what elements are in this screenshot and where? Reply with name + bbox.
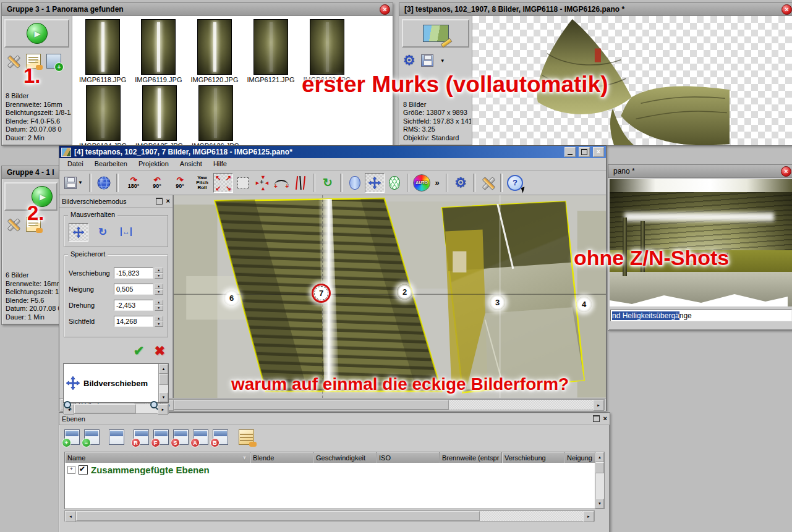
gruppe3-titlebar[interactable]: Gruppe 3 - 1 Panorama gefunden xyxy=(2,3,393,16)
layer-row[interactable]: Zusammengefügte Ebenen xyxy=(67,465,592,475)
fit-view-button[interactable]: ↖↗↙↘ xyxy=(213,173,233,193)
column-geschwindigkeit[interactable]: Geschwindigkeit xyxy=(313,452,377,463)
minimize-button[interactable] xyxy=(564,147,576,157)
column-neigung[interactable]: Neigung xyxy=(564,452,595,463)
crop-button[interactable] xyxy=(234,174,252,192)
close-panel-icon[interactable] xyxy=(166,198,170,205)
mode-listbox[interactable]: Bildverschiebem xyxy=(63,363,169,403)
image-marker[interactable]: 6 xyxy=(224,290,239,306)
image-marker[interactable]: 2 xyxy=(397,284,412,300)
menu-hilfe[interactable]: Hilfe xyxy=(208,159,232,169)
neigung-input[interactable]: 0,505 xyxy=(114,284,153,295)
rotate-180-button[interactable]: ↷180° xyxy=(122,174,145,192)
toolbar-more-button[interactable]: » xyxy=(432,174,443,192)
layer-checkbox[interactable] xyxy=(79,465,88,475)
layer-plain-button[interactable] xyxy=(109,429,124,445)
gruppe4-titlebar[interactable]: Gruppe 4 - 1 I xyxy=(2,166,60,179)
list-vscrollbar[interactable] xyxy=(158,364,168,402)
close-icon[interactable] xyxy=(380,4,390,15)
thumbnail[interactable]: IMGP6120.JPG xyxy=(190,19,238,83)
settings-tools-icon[interactable] xyxy=(6,217,20,232)
vertical-lines-button[interactable] xyxy=(291,174,310,192)
column-brennweite[interactable]: Brennweite (entspr xyxy=(440,452,502,463)
render-button[interactable] xyxy=(451,174,470,192)
column-verschiebung[interactable]: Verschiebung xyxy=(502,452,564,463)
close-panel-icon[interactable] xyxy=(603,415,607,422)
stitch-start-button[interactable] xyxy=(4,19,69,48)
remove-layer-button[interactable]: − xyxy=(84,429,100,445)
layer-b-button[interactable]: B xyxy=(213,429,228,445)
layers-vscrollbar[interactable] xyxy=(595,452,605,509)
maximize-button[interactable] xyxy=(579,147,590,157)
refresh-button[interactable] xyxy=(318,174,337,192)
settings-tools-icon[interactable] xyxy=(6,54,20,69)
thumbnail[interactable]: IMGP6121.JPG xyxy=(247,19,294,83)
rotate-90-left-button[interactable]: ↶90° xyxy=(146,174,168,192)
sichtfeld-input[interactable]: 14,268 xyxy=(114,316,153,327)
save-project-button[interactable] xyxy=(61,174,86,192)
thumbnail[interactable]: IMGP6119.JPG xyxy=(135,19,182,83)
thumbnail[interactable]: IMGP6125.JPG xyxy=(135,85,183,145)
add-layer-button[interactable]: + xyxy=(64,429,80,445)
mode-list-item[interactable]: Bildverschiebem xyxy=(64,364,158,402)
float-panel-icon[interactable] xyxy=(156,198,163,205)
pano-right-titlebar[interactable]: pano * xyxy=(608,165,792,178)
layer-r-button[interactable]: R xyxy=(134,429,149,445)
close-icon[interactable] xyxy=(781,4,792,15)
thumbnail[interactable]: IMGP6124.JPG xyxy=(79,85,127,145)
column-blende[interactable]: Blende xyxy=(250,452,313,463)
yaw-pitch-roll-button[interactable]: Yaw Pitch Roll xyxy=(192,174,213,192)
apply-check-icon[interactable] xyxy=(134,344,145,358)
cancel-cross-icon[interactable] xyxy=(154,344,165,358)
thumbnail[interactable]: IMGP6126.JPG xyxy=(192,85,239,145)
menu-ansicht[interactable]: Ansicht xyxy=(174,159,208,169)
column-iso[interactable]: ISO xyxy=(377,452,440,463)
spinner[interactable] xyxy=(155,316,163,327)
barrel-projection-button[interactable] xyxy=(346,174,364,192)
horizon-button[interactable]: ++ xyxy=(272,174,291,192)
float-panel-icon[interactable] xyxy=(593,415,600,422)
layer-f-button[interactable]: F xyxy=(153,429,169,445)
spinner[interactable] xyxy=(155,284,163,295)
mouse-rotate-button[interactable] xyxy=(93,223,112,240)
close-icon[interactable] xyxy=(781,166,791,177)
image-marker[interactable]: 4 xyxy=(576,297,592,312)
close-button[interactable] xyxy=(593,147,604,157)
layers-hscrollbar[interactable] xyxy=(64,510,595,521)
image-marker[interactable]: 3 xyxy=(490,295,505,310)
save-dropdown-icon[interactable] xyxy=(440,58,445,64)
expand-icon[interactable] xyxy=(67,466,75,474)
help-button[interactable]: ? xyxy=(506,174,524,192)
spinner[interactable] xyxy=(155,268,163,279)
layer-s-button[interactable]: S xyxy=(173,429,189,445)
image-marker-active[interactable]: 7 xyxy=(312,284,331,303)
menu-bearbeiten[interactable]: Bearbeiten xyxy=(89,159,133,169)
mouse-move-button[interactable] xyxy=(69,223,88,242)
canvas-hscrollbar[interactable] xyxy=(162,399,605,410)
add-images-icon[interactable] xyxy=(46,54,61,69)
blend-option-field[interactable]: nd Helligkeitsübergänge xyxy=(610,310,792,321)
mesh-button[interactable] xyxy=(385,174,404,192)
drehung-input[interactable]: -2,453 xyxy=(114,300,153,311)
move-mode-button[interactable] xyxy=(365,173,385,193)
pano-edit-canvas[interactable]: 6 7 2 3 4 xyxy=(173,195,606,398)
auto-color-button[interactable]: AUTO xyxy=(412,174,431,192)
column-name[interactable]: Name xyxy=(65,452,250,463)
layer-a-button[interactable]: A xyxy=(193,429,208,445)
spinner[interactable] xyxy=(155,300,163,311)
rotate-90-right-button[interactable]: ↷90° xyxy=(169,174,191,192)
tools-button[interactable] xyxy=(479,174,497,192)
menu-datei[interactable]: Datei xyxy=(62,159,89,169)
layer-properties-button[interactable] xyxy=(239,429,254,445)
thumbnail[interactable]: IMGP6118.JPG xyxy=(79,19,126,83)
edit-panorama-button[interactable] xyxy=(402,19,469,48)
render-gear-icon[interactable] xyxy=(403,54,415,67)
center-button[interactable]: ▼▲►◄ xyxy=(253,174,271,192)
save-icon[interactable] xyxy=(421,54,433,67)
menu-projektion[interactable]: Projektion xyxy=(133,159,174,169)
projection-globe-button[interactable] xyxy=(95,174,113,192)
pano3-titlebar[interactable]: [3] testpanos, 102_1907, 8 Bilder, IMGP6… xyxy=(399,3,792,16)
mouse-scale-button[interactable]: ↔ xyxy=(117,223,135,240)
verschiebung-input[interactable]: -15,823 xyxy=(114,268,153,279)
editor-titlebar[interactable]: [4] testpanos, 102_1907, 7 Bilder, IMGP6… xyxy=(59,146,606,158)
